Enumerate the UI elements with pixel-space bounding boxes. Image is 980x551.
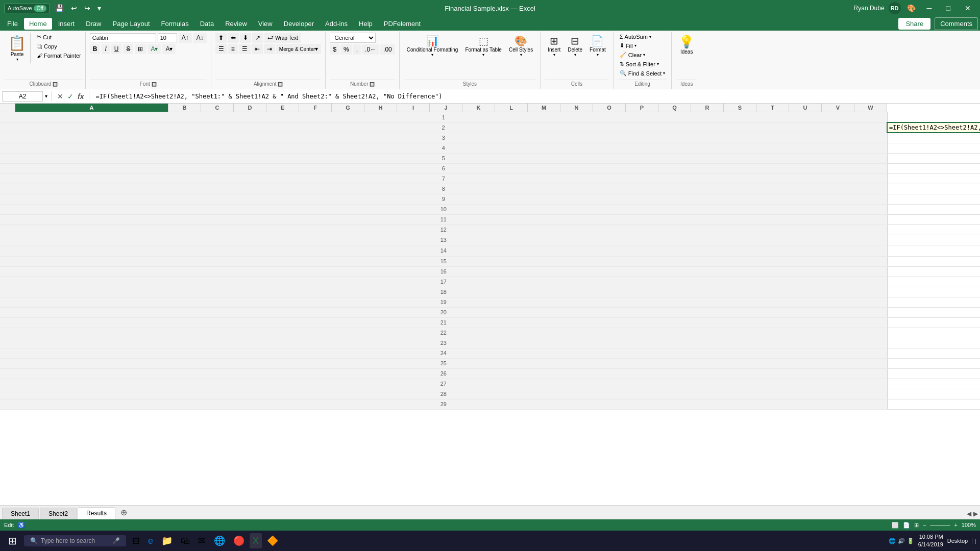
taskbar-search[interactable]: 🔍 Type here to search 🎤: [24, 535, 126, 546]
merge-center-button[interactable]: Merge & Center▾: [276, 44, 322, 54]
copy-button[interactable]: ⿻ Copy: [35, 42, 83, 51]
cell-A10[interactable]: [887, 204, 980, 214]
row-number-26[interactable]: 26: [0, 368, 887, 379]
minimize-button[interactable]: ─: [922, 2, 937, 14]
cell-A12[interactable]: [887, 224, 980, 235]
menu-file[interactable]: File: [2, 18, 23, 30]
strikethrough-button[interactable]: S: [123, 44, 133, 54]
col-header-B[interactable]: B: [168, 104, 201, 112]
col-header-U[interactable]: U: [789, 104, 822, 112]
row-number-18[interactable]: 18: [0, 287, 887, 297]
col-header-V[interactable]: V: [822, 104, 854, 112]
cell-A15[interactable]: [887, 256, 980, 266]
row-number-20[interactable]: 20: [0, 307, 887, 317]
menu-home[interactable]: Home: [24, 18, 52, 30]
align-bottom-button[interactable]: ⬇: [240, 33, 251, 43]
italic-button[interactable]: I: [102, 44, 109, 54]
text-angle-button[interactable]: ↗: [252, 33, 263, 43]
cell-A7[interactable]: [887, 173, 980, 184]
col-header-E[interactable]: E: [266, 104, 299, 112]
autosave-button[interactable]: AutoSave Off: [4, 4, 50, 13]
cell-A2[interactable]: =IF(Sheet1!A2<>Sheet2!A2, "Sheet1:" & Sh…: [887, 122, 980, 133]
cell-A21[interactable]: [887, 317, 980, 328]
cell-A20[interactable]: [887, 307, 980, 317]
col-header-F[interactable]: F: [299, 104, 332, 112]
cell-A9[interactable]: [887, 194, 980, 204]
cell-A26[interactable]: [887, 368, 980, 379]
cell-A1[interactable]: [887, 112, 980, 122]
font-name-input[interactable]: [90, 33, 156, 42]
desktop-label[interactable]: Desktop: [947, 538, 968, 544]
align-left-button[interactable]: ☰: [215, 44, 227, 54]
menu-page-layout[interactable]: Page Layout: [108, 18, 155, 30]
font-size-increase-button[interactable]: A↑: [179, 33, 192, 43]
cell-A28[interactable]: [887, 389, 980, 399]
cell-A22[interactable]: [887, 328, 980, 338]
ie-button[interactable]: e: [145, 533, 156, 548]
col-header-N[interactable]: N: [560, 104, 593, 112]
cell-A14[interactable]: [887, 245, 980, 256]
menu-addins[interactable]: Add-ins: [320, 18, 353, 30]
cell-A13[interactable]: [887, 235, 980, 245]
row-number-29[interactable]: 29: [0, 399, 887, 409]
cell-A19[interactable]: [887, 297, 980, 307]
cell-A29[interactable]: [887, 399, 980, 409]
col-header-T[interactable]: T: [756, 104, 789, 112]
border-button[interactable]: ⊞: [135, 44, 146, 54]
file-explorer-button[interactable]: 📁: [158, 533, 176, 548]
undo-icon[interactable]: ↩: [69, 3, 79, 13]
start-button[interactable]: ⊞: [4, 533, 21, 549]
col-header-M[interactable]: M: [528, 104, 560, 112]
confirm-formula-button[interactable]: ✓: [66, 91, 75, 102]
cell-A23[interactable]: [887, 338, 980, 348]
decrease-indent-button[interactable]: ⇤: [252, 44, 263, 54]
insert-function-button[interactable]: fx: [77, 91, 85, 102]
row-number-11[interactable]: 11: [0, 214, 887, 224]
number-format-select[interactable]: General: [330, 33, 376, 43]
row-number-9[interactable]: 9: [0, 194, 887, 204]
cell-A17[interactable]: [887, 277, 980, 287]
clear-button[interactable]: 🧹 Clear ▾: [618, 51, 667, 59]
share-button[interactable]: Share: [898, 18, 930, 30]
font-color-button[interactable]: A▾: [162, 44, 176, 54]
underline-button[interactable]: U: [111, 44, 122, 54]
menu-formulas[interactable]: Formulas: [156, 18, 194, 30]
col-header-K[interactable]: K: [462, 104, 495, 112]
zoom-slider[interactable]: ─────: [930, 522, 950, 528]
cancel-formula-button[interactable]: ✕: [56, 91, 64, 102]
wrap-text-button[interactable]: ⮐ Wrap Text: [264, 33, 301, 43]
col-header-H[interactable]: H: [364, 104, 397, 112]
cell-A27[interactable]: [887, 379, 980, 389]
maximize-button[interactable]: □: [941, 2, 955, 14]
cut-button[interactable]: ✂ Cut: [35, 33, 83, 41]
cell-A3[interactable]: [887, 133, 980, 143]
row-number-17[interactable]: 17: [0, 277, 887, 287]
format-painter-button[interactable]: 🖌 Format Painter: [35, 52, 83, 60]
close-button[interactable]: ✕: [960, 2, 976, 14]
taskbar-time[interactable]: 10:08 PM 6/14/2019: [918, 533, 943, 549]
vivaldi-button[interactable]: 🔴: [230, 533, 248, 548]
row-number-22[interactable]: 22: [0, 328, 887, 338]
font-size-input[interactable]: [158, 33, 177, 42]
row-number-25[interactable]: 25: [0, 358, 887, 368]
comments-button[interactable]: Comments: [935, 17, 978, 30]
menu-view[interactable]: View: [253, 18, 278, 30]
page-layout-button[interactable]: 📄: [903, 522, 910, 529]
menu-data[interactable]: Data: [195, 18, 219, 30]
excel-taskbar-button[interactable]: X: [250, 533, 262, 548]
row-number-2[interactable]: 2: [0, 122, 887, 133]
zoom-in-button[interactable]: +: [954, 522, 957, 528]
volume-icon[interactable]: 🔊: [898, 538, 905, 544]
row-number-24[interactable]: 24: [0, 348, 887, 358]
customize-icon[interactable]: ▾: [95, 3, 103, 13]
row-number-6[interactable]: 6: [0, 163, 887, 173]
save-icon[interactable]: 💾: [53, 3, 66, 13]
col-header-J[interactable]: J: [430, 104, 462, 112]
zoom-out-button[interactable]: −: [923, 522, 926, 528]
sheet-tab-sheet1[interactable]: Sheet1: [2, 508, 39, 519]
col-header-C[interactable]: C: [201, 104, 234, 112]
format-button[interactable]: 📄 Format ▾: [586, 33, 609, 59]
alignment-expand-icon[interactable]: 🔲: [278, 82, 283, 87]
cell-A24[interactable]: [887, 348, 980, 358]
row-number-19[interactable]: 19: [0, 297, 887, 307]
